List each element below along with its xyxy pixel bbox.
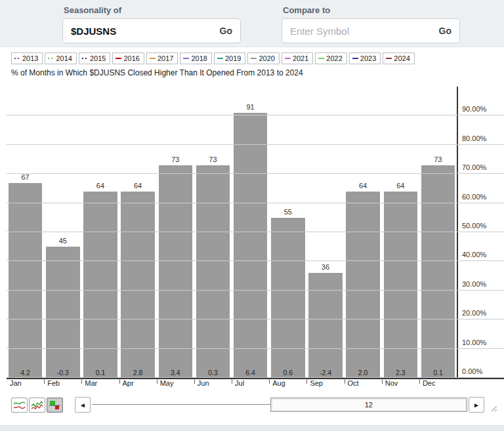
month-label-nov: Nov xyxy=(382,379,419,391)
legend-item-2021[interactable]: 2021 xyxy=(282,52,313,64)
y-axis-tick-label: 70.00% xyxy=(462,163,503,171)
page-bottom-strip xyxy=(0,425,504,431)
smooth-line-chart-icon[interactable] xyxy=(11,398,28,413)
bar-avg-change-label: -0.3 xyxy=(44,369,81,377)
legend-item-2018[interactable]: 2018 xyxy=(180,52,211,64)
legend-year-label: 2015 xyxy=(90,54,106,62)
bar-jul[interactable] xyxy=(234,113,267,378)
legend-line-marker-icon xyxy=(48,58,54,59)
bar-column-apr: 642.8 xyxy=(119,87,157,378)
bar-column-mar: 640.1 xyxy=(81,87,119,378)
legend-item-2019[interactable]: 2019 xyxy=(214,52,245,64)
scroll-right-button[interactable]: ► xyxy=(469,397,484,413)
bar-column-sep: 36-2.4 xyxy=(306,87,344,378)
month-label-jun: Jun xyxy=(194,379,232,391)
bar-avg-change-label: 6.4 xyxy=(232,369,269,377)
scrollbar-thumb[interactable]: 12 xyxy=(270,398,467,412)
bar-nov[interactable] xyxy=(384,192,417,378)
bar-value-label: 73 xyxy=(419,155,457,163)
compare-input-box: Go xyxy=(282,18,460,43)
bar-sep[interactable] xyxy=(308,273,342,378)
symbol-toolbar: Seasonality of Go Compare to Go xyxy=(0,0,504,47)
month-label-apr: Apr xyxy=(119,379,157,391)
legend-year-label: 2019 xyxy=(225,54,241,62)
seasonality-go-button[interactable]: Go xyxy=(215,26,232,36)
legend-year-label: 2013 xyxy=(22,54,38,62)
bar-dec[interactable] xyxy=(421,165,455,378)
price-line-chart-icon[interactable] xyxy=(29,398,45,413)
gridline xyxy=(7,203,504,203)
legend-line-marker-icon xyxy=(150,58,156,59)
legend-item-2024[interactable]: 2024 xyxy=(383,52,414,64)
legend-item-2016[interactable]: 2016 xyxy=(112,52,144,64)
legend-line-marker-icon xyxy=(318,58,324,59)
month-label-aug: Aug xyxy=(269,379,306,391)
bar-value-label: 73 xyxy=(194,155,232,163)
scroll-left-button[interactable]: ◄ xyxy=(75,397,91,413)
chart-footer-controls: ◄ 12 ► xyxy=(11,396,497,413)
bar-aug[interactable] xyxy=(271,218,304,378)
gridline xyxy=(7,144,504,145)
bar-column-dec: 730.1 xyxy=(419,87,457,378)
bar-column-may: 733.4 xyxy=(157,87,194,378)
resize-grip-icon[interactable] xyxy=(488,403,497,412)
bar-value-label: 64 xyxy=(81,182,119,190)
bar-value-label: 64 xyxy=(345,182,382,190)
bar-avg-change-label: 2.0 xyxy=(345,369,382,377)
y-axis-tick-label: 90.00% xyxy=(462,105,503,113)
gridline xyxy=(7,260,504,261)
bar-avg-change-label: 3.4 xyxy=(157,369,194,377)
month-label-jan: Jan xyxy=(7,379,44,391)
plot-area: 674.245-0.3640.1642.8733.4730.3916.4550.… xyxy=(7,87,457,378)
legend-year-label: 2024 xyxy=(394,54,410,62)
legend-item-2017[interactable]: 2017 xyxy=(146,52,178,64)
compare-symbol-input[interactable] xyxy=(290,26,434,37)
legend-line-marker-icon xyxy=(217,58,223,59)
legend-item-2023[interactable]: 2023 xyxy=(349,52,381,64)
scrollbar-track[interactable]: 12 xyxy=(92,397,467,413)
legend-item-2022[interactable]: 2022 xyxy=(315,52,346,64)
y-axis-tick-label: 60.00% xyxy=(462,193,503,201)
month-label-jul: Jul xyxy=(232,379,269,391)
y-axis-tick-label: 30.00% xyxy=(462,280,503,288)
legend-year-label: 2018 xyxy=(191,54,207,62)
bar-feb[interactable] xyxy=(46,247,79,378)
y-axis-tick-label: 80.00% xyxy=(462,134,503,142)
legend-line-marker-icon xyxy=(251,58,257,59)
bar-value-label: 36 xyxy=(306,263,344,271)
bar-jun[interactable] xyxy=(196,165,230,378)
chart-title: % of Months in Which $DJUSNS Closed High… xyxy=(11,68,504,77)
y-axis-tick-label: 50.00% xyxy=(462,222,503,230)
legend-item-2020[interactable]: 2020 xyxy=(247,52,279,64)
bar-mar[interactable] xyxy=(83,192,117,378)
bar-avg-change-label: 0.1 xyxy=(81,369,119,377)
seasonality-group: Seasonality of Go xyxy=(62,4,241,47)
legend-line-marker-icon xyxy=(82,58,88,59)
month-label-sep: Sep xyxy=(306,379,344,391)
bar-apr[interactable] xyxy=(121,192,154,378)
compare-go-button[interactable]: Go xyxy=(434,26,452,36)
bar-may[interactable] xyxy=(159,165,192,378)
month-label-mar: Mar xyxy=(81,379,119,391)
bar-avg-change-label: 2.3 xyxy=(382,369,419,377)
bar-column-feb: 45-0.3 xyxy=(44,87,81,378)
month-label-feb: Feb xyxy=(44,379,81,391)
bar-column-jul: 916.4 xyxy=(232,87,269,378)
legend-year-label: 2022 xyxy=(326,54,342,62)
bar-chart: 674.245-0.3640.1642.8733.4730.3916.4550.… xyxy=(7,87,504,378)
gridline xyxy=(7,348,504,349)
seasonality-symbol-input[interactable] xyxy=(71,26,215,37)
y-axis-tick-label: 20.00% xyxy=(462,309,503,317)
histogram-chart-icon[interactable] xyxy=(47,398,63,413)
legend-item-2013[interactable]: 2013 xyxy=(11,52,43,64)
x-axis-month-labels: JanFebMarAprMayJunJulAugSepOctNovDec xyxy=(7,379,504,391)
legend-year-label: 2023 xyxy=(360,54,376,62)
legend-item-2014[interactable]: 2014 xyxy=(45,52,76,64)
legend-year-label: 2016 xyxy=(123,54,139,62)
y-axis-tick-label: 10.00% xyxy=(462,339,503,346)
bar-avg-change-label: 0.1 xyxy=(419,369,457,377)
legend-item-2015[interactable]: 2015 xyxy=(79,52,110,64)
year-legend: 2013201420152016201720182019202020212022… xyxy=(11,52,504,64)
month-label-dec: Dec xyxy=(419,379,457,391)
bar-oct[interactable] xyxy=(346,192,379,378)
